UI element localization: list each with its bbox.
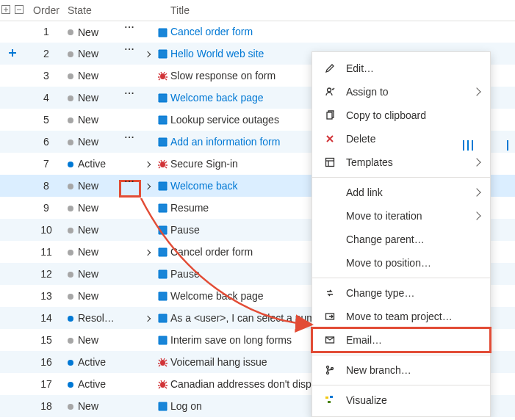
row-actions-button[interactable] bbox=[123, 95, 137, 106]
menu-move-to-position[interactable]: Move to position… bbox=[312, 251, 490, 275]
template-icon bbox=[323, 157, 337, 167]
expand-chevron-icon[interactable] bbox=[145, 316, 151, 322]
row-actions-button[interactable] bbox=[123, 140, 137, 150]
state-cell: New bbox=[68, 65, 119, 87]
row-actions-button[interactable] bbox=[123, 184, 137, 194]
state-cell: New bbox=[68, 43, 119, 65]
work-item-title[interactable]: Cancel order form bbox=[170, 26, 253, 37]
order-cell: 17 bbox=[25, 373, 68, 395]
story-icon bbox=[157, 246, 168, 258]
svg-point-11 bbox=[328, 88, 331, 92]
bug-icon bbox=[157, 158, 168, 170]
work-item-title: Log on bbox=[170, 400, 202, 412]
menu-add-link[interactable]: Add link bbox=[312, 181, 490, 204]
visualize-icon bbox=[323, 395, 337, 405]
state-dot-icon bbox=[68, 29, 73, 35]
state-cell: New bbox=[68, 241, 119, 263]
expand-all-icon[interactable] bbox=[1, 4, 11, 16]
menu-email[interactable]: Email… bbox=[312, 328, 490, 352]
order-cell: 7 bbox=[25, 153, 68, 175]
order-cell: 4 bbox=[25, 87, 68, 109]
menu-change-type[interactable]: Change type… bbox=[312, 281, 490, 305]
order-cell: 1 bbox=[25, 21, 68, 43]
state-dot-icon bbox=[68, 73, 73, 79]
state-dot-icon bbox=[68, 338, 73, 344]
expand-chevron-icon[interactable] bbox=[145, 184, 151, 189]
state-cell: New bbox=[68, 263, 119, 285]
state-cell: New bbox=[68, 395, 119, 417]
state-cell: New bbox=[68, 109, 119, 131]
row-actions-button[interactable] bbox=[123, 29, 137, 40]
story-icon bbox=[157, 312, 168, 324]
state-dot-icon bbox=[68, 316, 73, 322]
header-order[interactable]: Order bbox=[25, 0, 68, 21]
bug-icon bbox=[157, 378, 168, 390]
state-cell: Active bbox=[68, 373, 119, 395]
work-item-title[interactable]: Add an information form bbox=[170, 136, 280, 148]
svg-rect-23 bbox=[325, 397, 328, 399]
work-item-title: Lookup service outages bbox=[170, 114, 279, 126]
menu-visualize[interactable]: Visualize bbox=[312, 388, 490, 412]
chevron-right-icon bbox=[472, 188, 480, 196]
menu-new-branch[interactable]: New branch… bbox=[312, 358, 490, 382]
state-dot-icon bbox=[68, 294, 73, 300]
work-item-title: Voicemail hang issue bbox=[170, 356, 267, 368]
pencil-icon bbox=[323, 63, 337, 73]
expand-chevron-icon[interactable] bbox=[145, 250, 151, 256]
state-dot-icon bbox=[68, 162, 73, 167]
work-item-title[interactable]: Welcome back page bbox=[170, 92, 264, 104]
state-cell: New bbox=[68, 285, 119, 307]
story-icon bbox=[157, 136, 168, 148]
delete-icon bbox=[323, 134, 337, 144]
state-dot-icon bbox=[68, 51, 73, 57]
order-cell: 5 bbox=[25, 109, 68, 131]
expand-chevron-icon[interactable] bbox=[145, 51, 151, 57]
state-dot-icon bbox=[68, 140, 73, 145]
state-cell: New bbox=[68, 175, 119, 197]
change-type-icon bbox=[323, 288, 337, 298]
state-dot-icon bbox=[68, 404, 73, 410]
svg-point-7 bbox=[160, 73, 165, 79]
svg-point-20 bbox=[327, 366, 329, 369]
story-icon bbox=[157, 92, 168, 104]
menu-assign-to[interactable]: Assign to bbox=[312, 80, 490, 104]
add-item-icon[interactable] bbox=[7, 48, 18, 58]
row-actions-button[interactable] bbox=[123, 51, 137, 62]
menu-edit[interactable]: Edit… bbox=[312, 57, 490, 80]
menu-change-parent[interactable]: Change parent… bbox=[312, 228, 490, 251]
state-dot-icon bbox=[68, 228, 73, 233]
order-cell: 14 bbox=[25, 307, 68, 329]
insertion-marker bbox=[507, 140, 508, 151]
menu-templates[interactable]: Templates bbox=[312, 151, 490, 174]
expand-chevron-icon[interactable] bbox=[145, 162, 151, 167]
menu-move-to-team-project[interactable]: Move to team project… bbox=[312, 305, 490, 328]
work-item-title[interactable]: Hello World web site bbox=[170, 48, 264, 59]
chevron-right-icon bbox=[472, 87, 480, 95]
person-icon bbox=[323, 87, 337, 97]
header-state[interactable]: State bbox=[68, 0, 119, 21]
work-item-title: Pause bbox=[170, 224, 200, 236]
work-item-title: Resume bbox=[170, 202, 209, 214]
chevron-right-icon bbox=[472, 211, 480, 220]
story-icon bbox=[157, 180, 168, 192]
order-cell: 15 bbox=[25, 329, 68, 351]
menu-copy[interactable]: Copy to clipboard bbox=[312, 104, 490, 127]
svg-rect-25 bbox=[328, 401, 331, 403]
menu-move-to-iteration[interactable]: Move to iteration bbox=[312, 204, 490, 228]
work-item-title: As a <user>, I can select a numbe bbox=[170, 312, 326, 324]
state-cell: New bbox=[68, 21, 119, 43]
work-item-title: Pause bbox=[170, 268, 200, 280]
collapse-all-icon[interactable] bbox=[14, 4, 24, 16]
work-item-title[interactable]: Welcome back bbox=[170, 180, 238, 192]
svg-rect-15 bbox=[326, 159, 334, 167]
backlog-row[interactable]: 1NewCancel order form bbox=[0, 21, 515, 43]
story-icon bbox=[157, 268, 168, 280]
context-menu: Edit… Assign to Copy to clipboard Delete… bbox=[311, 51, 491, 417]
story-icon bbox=[157, 224, 168, 236]
move-project-icon bbox=[323, 311, 337, 322]
story-icon bbox=[157, 400, 168, 412]
header-title[interactable]: Title bbox=[170, 0, 515, 21]
work-item-title: Canadian addresses don't display bbox=[170, 378, 325, 390]
svg-point-9 bbox=[160, 360, 165, 366]
order-cell: 13 bbox=[25, 285, 68, 307]
